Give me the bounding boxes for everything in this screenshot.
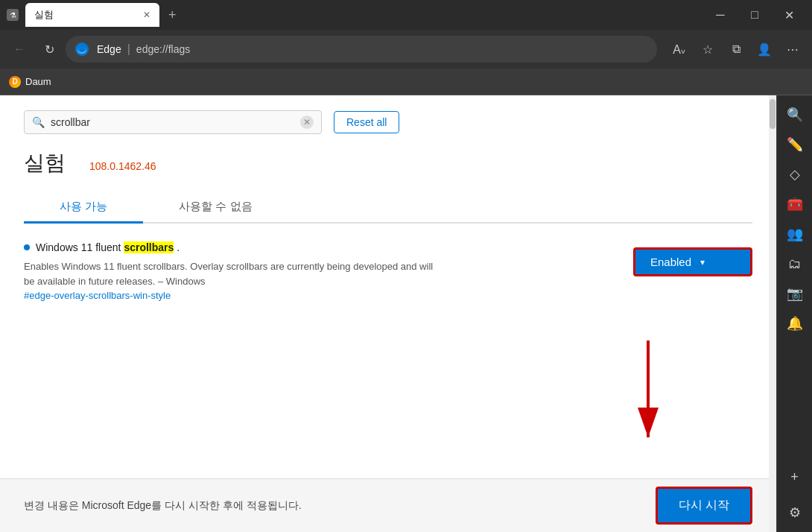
- maximize-button[interactable]: □: [738, 0, 772, 30]
- feature-title-suffix: .: [177, 241, 180, 253]
- search-input[interactable]: [51, 116, 294, 128]
- tab-icon: ⚗: [6, 8, 19, 22]
- sidebar-tools-icon[interactable]: 🧰: [781, 191, 808, 218]
- feature-item: Windows 11 fluent scrollbars. Enables Wi…: [24, 241, 752, 303]
- svg-point-4: [78, 48, 86, 52]
- page-title-row: 실험 108.0.1462.46: [24, 149, 752, 177]
- feature-title-prefix: Windows 11 fluent: [36, 241, 121, 253]
- annotation-arrow: [603, 333, 693, 452]
- version-number: 108.0.1462.46: [89, 160, 156, 172]
- main-container: 🔍 ✕ Reset all 실험 108.0.1462.46 사용 가능 사용할…: [0, 95, 812, 532]
- scrollbar-track[interactable]: [769, 95, 776, 532]
- navbar: ← ↻ Edge | edge://flags Aᵥ ☆ ⧉ 👤 ⋯: [0, 30, 812, 69]
- address-separator: |: [127, 42, 130, 56]
- tab-available[interactable]: 사용 가능: [24, 192, 143, 224]
- search-box[interactable]: 🔍 ✕: [24, 110, 322, 134]
- new-tab-button[interactable]: +: [168, 7, 177, 23]
- feature-link[interactable]: #edge-overlay-scrollbars-win-style: [24, 290, 171, 301]
- favorites-button[interactable]: ☆: [694, 36, 721, 63]
- bookmarks-bar: D Daum: [0, 69, 812, 95]
- read-aloud-button[interactable]: Aᵥ: [666, 36, 693, 63]
- sidebar-search-icon[interactable]: 🔍: [781, 101, 808, 128]
- daum-label: Daum: [25, 76, 51, 87]
- feature-desc: Enables Windows 11 fluent scrollbars. Ov…: [24, 259, 441, 303]
- enabled-dropdown[interactable]: Enabled ▾: [633, 247, 752, 276]
- clear-search-button[interactable]: ✕: [300, 115, 314, 129]
- tab-unavailable[interactable]: 사용할 수 없음: [143, 192, 288, 222]
- sidebar-people-icon[interactable]: 👥: [781, 221, 808, 247]
- settings-more-button[interactable]: ⋯: [779, 36, 806, 63]
- feature-desc-text: Enables Windows 11 fluent scrollbars. Ov…: [24, 261, 433, 287]
- search-icon: 🔍: [32, 116, 45, 128]
- arrow-area: [24, 303, 752, 437]
- feature-title: Windows 11 fluent scrollbars.: [24, 241, 615, 253]
- address-bar[interactable]: Edge | edge://flags: [66, 36, 657, 63]
- sidebar-collections-icon[interactable]: 🗂: [781, 250, 808, 277]
- feature-dot: [24, 244, 30, 250]
- back-button[interactable]: ←: [6, 36, 33, 63]
- window-controls: ─ □ ✕: [703, 0, 806, 30]
- search-row: 🔍 ✕ Reset all: [24, 110, 752, 134]
- feature-info: Windows 11 fluent scrollbars. Enables Wi…: [24, 241, 615, 303]
- bottom-message: 변경 내용은 Microsoft Edge를 다시 시작한 후에 적용됩니다.: [24, 499, 302, 513]
- dropdown-label: Enabled: [650, 256, 691, 268]
- reset-all-button[interactable]: Reset all: [334, 111, 399, 133]
- content-area: 🔍 ✕ Reset all 실험 108.0.1462.46 사용 가능 사용할…: [0, 95, 776, 532]
- restart-button[interactable]: 다시 시작: [656, 487, 752, 525]
- sidebar-edit-icon[interactable]: ✏️: [781, 131, 808, 158]
- titlebar-left: ⚗ 실험 ✕ +: [6, 3, 177, 27]
- browser-tab[interactable]: 실험 ✕: [25, 3, 159, 27]
- tab-title: 실험: [34, 8, 54, 22]
- feature-title-highlight: scrollbars: [124, 241, 174, 253]
- sidebar: 🔍 ✏️ ◇ 🧰 👥 🗂 📷 🔔 + ⚙: [776, 95, 812, 532]
- svg-text:⚗: ⚗: [10, 11, 16, 19]
- daum-bookmark[interactable]: D Daum: [9, 76, 51, 88]
- minimize-button[interactable]: ─: [703, 0, 738, 30]
- titlebar: ⚗ 실험 ✕ + ─ □ ✕: [0, 0, 812, 30]
- flags-content: 🔍 ✕ Reset all 실험 108.0.1462.46 사용 가능 사용할…: [0, 95, 776, 478]
- daum-icon: D: [9, 76, 21, 88]
- sidebar-add-icon[interactable]: +: [781, 463, 808, 490]
- browser-brand-label: Edge: [97, 43, 121, 55]
- bottom-bar: 변경 내용은 Microsoft Edge를 다시 시작한 후에 적용됩니다. …: [0, 478, 776, 532]
- address-url: edge://flags: [136, 43, 190, 55]
- sidebar-screenshot-icon[interactable]: 📷: [781, 280, 808, 307]
- sidebar-gear-icon[interactable]: ⚙: [781, 499, 808, 526]
- dropdown-arrow-icon: ▾: [700, 257, 705, 267]
- close-button[interactable]: ✕: [772, 0, 806, 30]
- sidebar-bell-icon[interactable]: 🔔: [781, 310, 808, 337]
- sidebar-diamond-icon[interactable]: ◇: [781, 161, 808, 188]
- refresh-button[interactable]: ↻: [36, 36, 63, 63]
- collections-button[interactable]: ⧉: [723, 36, 749, 63]
- profile-button[interactable]: 👤: [751, 36, 778, 63]
- scrollbar-thumb[interactable]: [770, 99, 775, 129]
- tabs-row: 사용 가능 사용할 수 없음: [24, 192, 752, 224]
- page-title: 실험: [24, 149, 66, 177]
- tab-close-button[interactable]: ✕: [143, 10, 150, 20]
- navbar-right: Aᵥ ☆ ⧉ 👤 ⋯: [666, 36, 806, 63]
- feature-control: Enabled ▾: [633, 241, 752, 276]
- edge-logo: [74, 42, 89, 57]
